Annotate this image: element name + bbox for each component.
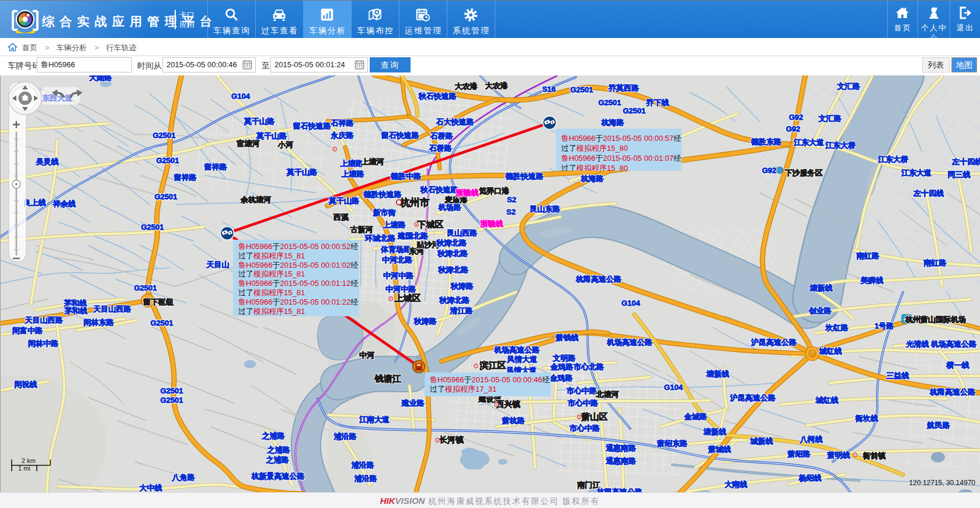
svg-text:浦沿路: 浦沿路	[355, 474, 378, 483]
svg-text:秋涛北路: 秋涛北路	[437, 265, 469, 274]
svg-text:机场高速公路: 机场高速公路	[930, 340, 977, 348]
svg-text:西溪: 西溪	[333, 213, 349, 222]
svg-text:闲富中路: 闲富中路	[12, 326, 43, 335]
svg-text:八角路: 八角路	[172, 473, 196, 482]
svg-text:南虹路: 南虹路	[923, 258, 947, 267]
svg-text:八柯线: 八柯线	[800, 435, 823, 444]
svg-text:萧绍路: 萧绍路	[787, 450, 811, 458]
svg-text:G92: G92	[762, 166, 777, 175]
svg-text:艮山东路: 艮山东路	[530, 205, 561, 213]
svg-text:文明路: 文明路	[552, 354, 576, 362]
svg-text:中河北路: 中河北路	[382, 255, 413, 264]
svg-text:莫干山路: 莫干山路	[286, 168, 318, 177]
svg-text:杨绍线: 杨绍线	[798, 474, 822, 482]
svg-text:杭甬高速公路: 杭甬高速公路	[596, 488, 643, 492]
svg-text:之浦路: 之浦路	[266, 455, 290, 464]
svg-text:德胜快速路: 德胜快速路	[505, 172, 544, 181]
svg-text:浙赣线: 浙赣线	[456, 188, 479, 197]
svg-text:G92: G92	[786, 125, 801, 133]
svg-text:G2501: G2501	[141, 223, 164, 231]
svg-text:上塘路: 上塘路	[383, 220, 406, 229]
svg-text:天目山西路: 天目山西路	[93, 305, 132, 313]
svg-text:G2501: G2501	[152, 131, 175, 140]
svg-text:沪昆高速公路: 沪昆高速公路	[750, 338, 797, 347]
svg-text:光清线: 光清线	[906, 340, 929, 348]
svg-text:机场高速公路: 机场高速公路	[494, 345, 540, 354]
svg-text:萧杭路: 萧杭路	[502, 416, 526, 425]
svg-text:秋涛北路: 秋涛北路	[439, 296, 470, 305]
svg-text:北塘河: 北塘河	[596, 390, 619, 399]
svg-text:金城路: 金城路	[684, 412, 708, 421]
svg-text:G2501: G2501	[160, 386, 183, 395]
svg-text:G2501: G2501	[150, 319, 173, 327]
svg-text:市心中路: 市心中路	[566, 386, 597, 395]
svg-text:市心北路: 市心北路	[573, 362, 604, 371]
svg-text:沪昆高速公路: 沪昆高速公路	[729, 393, 776, 402]
svg-text:衙前镇: 衙前镇	[863, 451, 886, 460]
svg-text:同三线: 同三线	[948, 170, 971, 179]
svg-text:秋涛北路: 秋涛北路	[436, 239, 467, 247]
svg-text:之浦路: 之浦路	[262, 431, 286, 440]
svg-text:杭海路: 杭海路	[581, 174, 604, 183]
svg-text:大农港: 大农港	[455, 82, 478, 91]
svg-text:G104: G104	[621, 299, 641, 307]
svg-text:留祥路: 留祥路	[174, 173, 197, 182]
svg-text:下城区: 下城区	[417, 219, 444, 229]
svg-text:上塘河: 上塘河	[362, 157, 384, 166]
svg-text:新市街: 新市街	[373, 208, 396, 217]
svg-text:2 km: 2 km	[22, 457, 36, 464]
svg-text:三益线: 三益线	[887, 371, 909, 380]
svg-text:中河中路: 中河中路	[385, 285, 416, 293]
svg-text:天目山西路: 天目山西路	[25, 316, 64, 324]
svg-text:环城北路: 环城北路	[364, 234, 396, 243]
svg-text:莫干山路: 莫干山路	[256, 132, 287, 140]
svg-text:中河中路: 中河中路	[383, 271, 414, 280]
svg-text:市心中路: 市心中路	[567, 399, 599, 407]
svg-text:城红线: 城红线	[815, 396, 839, 405]
svg-text:金鸡路: 金鸡路	[550, 362, 574, 371]
svg-text:钱塘江: 钱塘江	[374, 374, 401, 383]
svg-text:大南线: 大南线	[725, 480, 748, 489]
svg-text:航民路: 航民路	[927, 421, 951, 430]
svg-text:上塘路: 上塘路	[342, 170, 365, 178]
svg-text:大陆路: 大陆路	[89, 75, 113, 82]
svg-text:江东大道: 江东大道	[901, 168, 932, 177]
svg-text:通惠南路: 通惠南路	[606, 444, 637, 452]
svg-text:留下枢纽: 留下枢纽	[143, 298, 174, 306]
svg-text:G2501: G2501	[154, 192, 177, 201]
svg-text:坎红路: 坎红路	[825, 323, 849, 332]
svg-text:1号路: 1号路	[874, 322, 894, 330]
svg-text:杭甬高速公路: 杭甬高速公路	[929, 388, 976, 396]
svg-text:上塘路: 上塘路	[340, 159, 364, 168]
svg-text:机场路: 机场路	[438, 203, 462, 212]
svg-text:衙坎线: 衙坎线	[855, 414, 878, 423]
svg-text:市心中路: 市心中路	[569, 424, 600, 433]
svg-text:江东大桥: 江东大桥	[825, 141, 856, 150]
svg-text:塘新线: 塘新线	[809, 284, 833, 292]
svg-text:宦塘河: 宦塘河	[237, 139, 260, 148]
svg-text:南虹路: 南虹路	[856, 251, 880, 260]
svg-text:S2: S2	[506, 208, 516, 216]
svg-text:杭海路: 杭海路	[601, 118, 625, 127]
svg-text:石祥路: 石祥路	[331, 119, 355, 127]
svg-text:文汇路: 文汇路	[818, 114, 842, 123]
svg-text:秋涛北路: 秋涛北路	[437, 249, 468, 258]
svg-text:留祥路: 留祥路	[204, 163, 228, 171]
svg-text:文汇路: 文汇路	[837, 82, 861, 91]
svg-text:美狮线: 美狮线	[860, 276, 884, 285]
svg-text:杭甬高速公路: 杭甬高速公路	[575, 275, 622, 284]
svg-text:左十四线: 左十四线	[951, 157, 980, 166]
svg-text:杭州萧山国际机场: 杭州萧山国际机场	[905, 315, 966, 324]
svg-text:通惠南路: 通惠南路	[606, 457, 637, 465]
svg-text:留石快速路: 留石快速路	[381, 131, 420, 140]
svg-text:乔莫西路: 乔莫西路	[608, 84, 640, 92]
svg-text:浙赣线: 浙赣线	[480, 219, 503, 228]
svg-text:萧山区: 萧山区	[581, 412, 608, 421]
svg-text:天目山: 天目山	[206, 260, 230, 269]
svg-text:城新线: 城新线	[750, 437, 773, 445]
svg-text:G2501: G2501	[134, 284, 157, 292]
svg-text:德胜中路: 德胜中路	[390, 172, 422, 181]
svg-text:建国北路: 建国北路	[397, 231, 429, 240]
svg-text:之浦路: 之浦路	[267, 445, 291, 454]
svg-text:留石快速路: 留石快速路	[293, 122, 332, 130]
